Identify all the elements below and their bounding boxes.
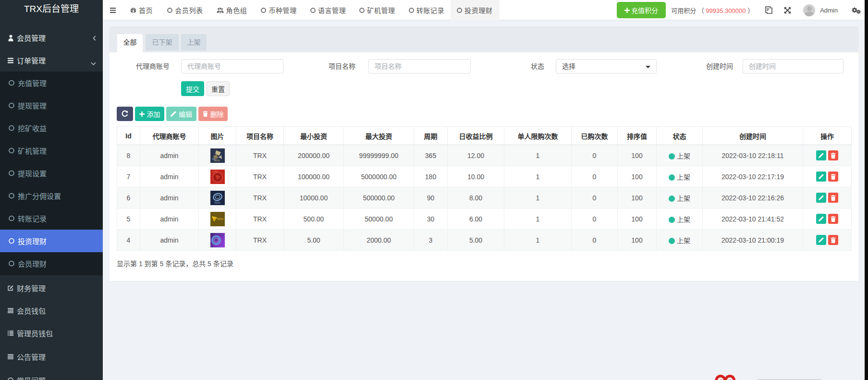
svg-text:TRON: TRON (214, 202, 220, 204)
svg-text:TRON: TRON (217, 218, 223, 221)
svg-text:TRON: TRON (213, 159, 220, 162)
